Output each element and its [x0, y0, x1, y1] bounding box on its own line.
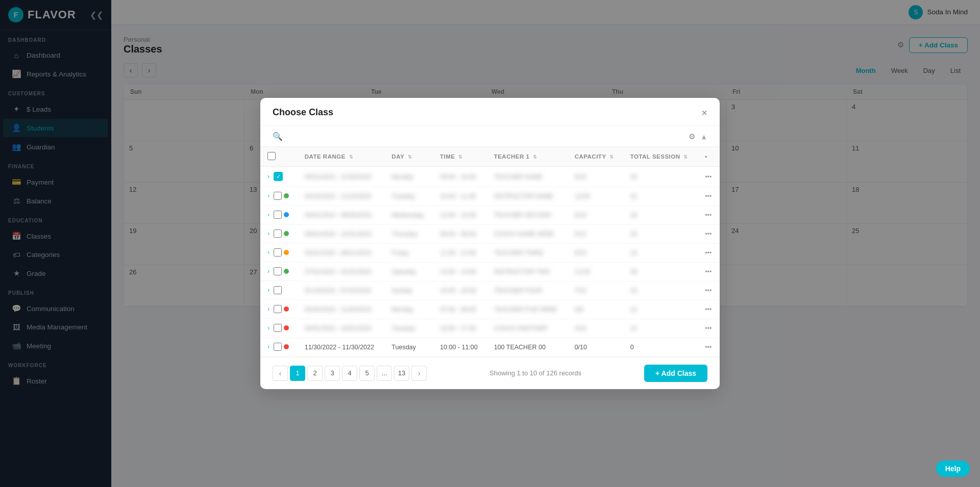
row-checkbox-6[interactable]: [274, 267, 282, 275]
expand-arrow-3[interactable]: ›: [267, 211, 270, 218]
row-more-7[interactable]: •••: [698, 281, 720, 300]
day-value-3: Wednesday: [391, 212, 424, 219]
date-range-value-5: 02/01/2023 - 08/31/2023: [305, 249, 372, 257]
expand-arrow-5[interactable]: ›: [267, 249, 270, 256]
pagination-next-btn[interactable]: ›: [411, 366, 427, 381]
table-row: › 01/15/2023 - 07/15/2023 Sunday 15:00 -…: [260, 281, 720, 300]
row-select-td-4: ›: [260, 224, 298, 243]
row-more-6[interactable]: •••: [698, 262, 720, 281]
row-checkbox-9[interactable]: [274, 324, 282, 332]
status-dot-4: [284, 231, 289, 236]
pagination-page-13[interactable]: 13: [394, 366, 409, 381]
capacity-value-1: 8/15: [575, 173, 586, 181]
row-time-10: 10:00 - 11:00: [433, 338, 487, 356]
time-value-8: 07:00 - 08:00: [440, 306, 476, 313]
row-teacher-4: COACH NAME HERE: [487, 224, 568, 243]
modal-chevron-up-icon[interactable]: ▲: [700, 133, 707, 141]
table-row: › 02/01/2023 - 08/31/2023 Friday 11:00 -…: [260, 243, 720, 262]
expand-arrow-8[interactable]: ›: [267, 305, 270, 313]
table-row: › 06/01/2023 - 12/31/2023 Thursday 08:00…: [260, 224, 720, 243]
row-capacity-4: 5/12: [568, 224, 623, 243]
modal-search-bar: 🔍 ⚙ ▲: [260, 125, 720, 147]
search-input[interactable]: [288, 133, 683, 141]
row-more-2[interactable]: •••: [698, 187, 720, 206]
expand-arrow-2[interactable]: ›: [267, 192, 270, 199]
expand-arrow-9[interactable]: ›: [267, 324, 270, 331]
checkbox-checked-1[interactable]: ✓: [274, 172, 283, 181]
pagination-page-5[interactable]: 5: [359, 366, 375, 381]
table-row: › 07/01/2023 - 01/31/2024 Saturday 13:00…: [260, 262, 720, 281]
status-dot-9: [284, 325, 289, 330]
modal-add-class-button[interactable]: + Add Class: [644, 365, 707, 382]
time-value-6: 13:00 - 14:00: [440, 268, 476, 275]
expand-arrow-4[interactable]: ›: [267, 230, 270, 237]
row-total-session-9: 12: [623, 319, 698, 338]
pagination-prev-btn[interactable]: ‹: [273, 366, 288, 381]
table-row: › 04/01/2023 - 10/01/2023 Tuesday 16:00 …: [260, 319, 720, 338]
capacity-value-4: 5/12: [575, 230, 586, 238]
row-teacher-10: 100 TEACHER 00: [487, 338, 568, 356]
modal-close-button[interactable]: ×: [701, 108, 707, 118]
row-checkbox-5[interactable]: [274, 248, 282, 257]
row-checkbox-4[interactable]: [274, 229, 282, 238]
row-checkbox-8[interactable]: [274, 305, 282, 313]
help-button[interactable]: Help: [936, 460, 970, 477]
pagination: ‹ 1 2 3 4 5 ... 13 ›: [273, 366, 427, 381]
date-range-value-2: 04/15/2023 - 11/15/2023: [305, 193, 372, 200]
day-sort-icon: ⇅: [408, 155, 412, 160]
row-capacity-1: 8/15: [568, 167, 623, 187]
row-select-td-9: ›: [260, 319, 298, 338]
th-capacity: CAPACITY ⇅: [568, 147, 623, 167]
modal-filter-icon[interactable]: ⚙: [689, 132, 695, 141]
row-day-6: Saturday: [384, 262, 433, 281]
row-total-session-6: 28: [623, 262, 698, 281]
pagination-page-3[interactable]: 3: [325, 366, 340, 381]
row-date-range-4: 06/01/2023 - 12/31/2023: [298, 224, 385, 243]
capacity-value-8: 3/8: [575, 306, 583, 313]
row-more-9[interactable]: •••: [698, 319, 720, 338]
row-checkbox-7[interactable]: [274, 286, 282, 294]
date-range-value-6: 07/01/2023 - 01/31/2024: [305, 268, 372, 275]
expand-arrow-6[interactable]: ›: [267, 268, 270, 275]
row-time-7: 15:00 - 16:00: [433, 281, 487, 300]
day-value-7: Sunday: [391, 287, 412, 294]
row-checkbox-10[interactable]: [274, 343, 282, 351]
total-session-sort-icon: ⇅: [683, 155, 688, 160]
pagination-page-4[interactable]: 4: [342, 366, 357, 381]
row-more-4[interactable]: •••: [698, 224, 720, 243]
pagination-page-2[interactable]: 2: [307, 366, 323, 381]
modal-table-body: › ✓ 05/01/2023 - 12/30/2023 Monday 09:00…: [260, 167, 720, 357]
row-more-3[interactable]: •••: [698, 206, 720, 224]
row-date-range-9: 04/01/2023 - 10/01/2023: [298, 319, 385, 338]
th-time: TIME ⇅: [433, 147, 487, 167]
teacher-value-1: TEACHER NAME: [494, 173, 543, 181]
row-date-range-1: 05/01/2023 - 12/30/2023: [298, 167, 385, 187]
row-more-10[interactable]: •••: [698, 338, 720, 356]
row-day-3: Wednesday: [384, 206, 433, 224]
time-value-3: 14:00 - 15:00: [440, 212, 476, 219]
row-total-session-7: 16: [623, 281, 698, 300]
capacity-value-5: 9/15: [575, 249, 586, 257]
row-total-session-4: 20: [623, 224, 698, 243]
expand-arrow-7[interactable]: ›: [267, 287, 270, 294]
table-row: › 05/20/2023 - 11/20/2023 Monday 07:00 -…: [260, 300, 720, 319]
expand-arrow-1[interactable]: ›: [267, 173, 270, 180]
capacity-sort-icon: ⇅: [609, 155, 614, 160]
row-checkbox-2[interactable]: [274, 192, 282, 200]
expand-arrow-10[interactable]: ›: [267, 343, 270, 350]
records-info: Showing 1 to 10 of 126 records: [489, 369, 581, 377]
row-more-1[interactable]: •••: [698, 167, 720, 187]
pagination-page-1[interactable]: 1: [290, 366, 305, 381]
row-more-5[interactable]: •••: [698, 243, 720, 262]
time-value-4: 08:00 - 09:00: [440, 230, 476, 238]
status-dot-2: [284, 193, 289, 198]
row-select-td-1: › ✓: [260, 167, 298, 187]
th-teacher1: TEACHER 1 ⇅: [487, 147, 568, 167]
select-all-checkbox[interactable]: [267, 152, 276, 160]
th-select: [260, 147, 298, 167]
row-more-8[interactable]: •••: [698, 300, 720, 319]
row-capacity-10: 0/10: [568, 338, 623, 356]
row-checkbox-3[interactable]: [274, 211, 282, 219]
teacher1-sort-icon: ⇅: [533, 155, 537, 160]
day-value-1: Monday: [391, 173, 413, 181]
